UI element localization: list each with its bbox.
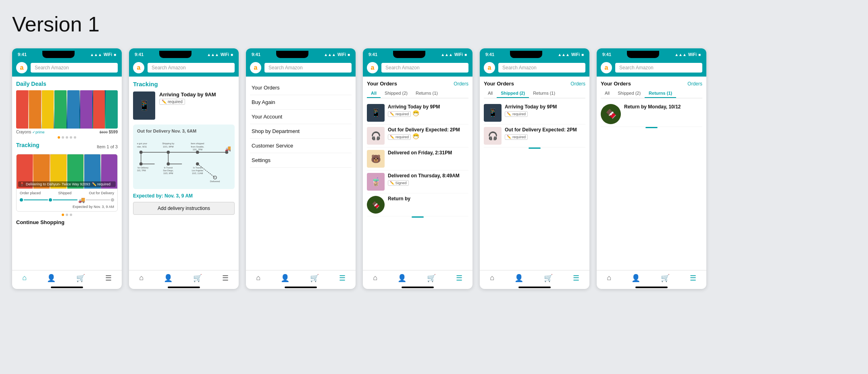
nav-profile-1[interactable]: 👤 bbox=[47, 274, 56, 283]
nav-menu-2[interactable]: ☰ bbox=[222, 274, 229, 283]
nav-menu-5[interactable]: ☰ bbox=[573, 274, 579, 283]
shipped-item-2[interactable]: 🎧 Out for Delivery Expected: 2PM ✏️ requ… bbox=[484, 125, 585, 148]
order-status-3: Delivered on Friday, 2:31PM bbox=[388, 150, 468, 156]
nav-home-6[interactable]: ⌂ bbox=[607, 274, 611, 283]
add-delivery-btn[interactable]: Add delivery instructions bbox=[133, 202, 235, 215]
menu-item-account[interactable]: Your Account bbox=[250, 110, 352, 124]
menu-item-buy-again[interactable]: Buy Again bbox=[250, 95, 352, 110]
orders-title-4: Your Orders bbox=[367, 81, 397, 87]
nav-profile-4[interactable]: 👤 bbox=[398, 274, 406, 283]
dot-1 bbox=[58, 136, 60, 139]
amazon-logo-6: a bbox=[601, 62, 612, 73]
home-bar-1 bbox=[51, 287, 83, 288]
search-box-5[interactable]: Search Amazon bbox=[498, 63, 585, 73]
search-box-2[interactable]: Search Amazon bbox=[148, 63, 235, 73]
search-box-3[interactable]: Search Amazon bbox=[264, 63, 352, 73]
menu-item-orders[interactable]: Your Orders bbox=[250, 81, 352, 95]
nav-menu-1[interactable]: ☰ bbox=[105, 274, 112, 283]
nav-cart-6[interactable]: 🛒 bbox=[661, 274, 670, 283]
orders-link-5[interactable]: Orders bbox=[570, 81, 585, 87]
svg-text:Los Angeles: Los Angeles bbox=[192, 169, 203, 172]
menu-item-settings[interactable]: Settings bbox=[250, 153, 352, 168]
tab-all-5[interactable]: All bbox=[484, 89, 497, 98]
status-time-3: 9:41 bbox=[252, 52, 260, 57]
shipped-info-1: Arriving Today by 9PM ✏️ required bbox=[505, 104, 585, 117]
orders-link-4[interactable]: Orders bbox=[454, 81, 468, 87]
search-box-1[interactable]: Search Amazon bbox=[31, 63, 118, 73]
nav-profile-6[interactable]: 👤 bbox=[631, 274, 640, 283]
menu-item-customer-service[interactable]: Customer Service bbox=[250, 139, 352, 153]
progress-bar: 🚚 bbox=[20, 197, 114, 203]
nav-home-2[interactable]: ⌂ bbox=[139, 274, 144, 283]
crayon-red bbox=[16, 90, 28, 129]
tracking-title-home: Tracking bbox=[16, 142, 40, 148]
dots-indicator-2 bbox=[16, 214, 118, 216]
order-badge-1: ✏️ required bbox=[388, 111, 411, 117]
expected-by: Expected by: Nov. 3, 9 AM bbox=[133, 193, 235, 199]
tracking-header: Tracking Item 1 of 3 bbox=[16, 142, 118, 152]
order-info-3: Delivered on Friday, 2:31PM bbox=[388, 150, 468, 156]
amazon-logo-3: a bbox=[250, 62, 261, 73]
nav-profile-2[interactable]: 👤 bbox=[164, 274, 173, 283]
svg-point-17 bbox=[167, 162, 170, 166]
nav-menu-6[interactable]: ☰ bbox=[690, 274, 696, 283]
menu-item-department[interactable]: Shop by Department bbox=[250, 124, 352, 139]
tab-all-6[interactable]: All bbox=[601, 89, 614, 98]
svg-text:10/3, 9PM: 10/3, 9PM bbox=[163, 172, 173, 175]
amazon-header-1: a Search Amazon bbox=[12, 60, 122, 77]
order-item-3[interactable]: 🐻 Delivered on Friday, 2:31PM bbox=[367, 148, 468, 170]
battery-icon-2: ■ bbox=[231, 52, 233, 57]
tracking-card[interactable]: 📍 Delivering to Dahyun- Twice Way 92093 … bbox=[16, 154, 118, 212]
status-time-6: 9:41 bbox=[602, 52, 611, 57]
tab-returns-4[interactable]: Returns (1) bbox=[412, 89, 442, 98]
order-img-pepero: 🍫 bbox=[367, 196, 385, 214]
status-bar-3: 9:41 ▲▲▲ WiFi ■ bbox=[246, 48, 356, 60]
tab-returns-6[interactable]: Returns (1) bbox=[645, 89, 676, 98]
order-item-5[interactable]: 🍫 Return by bbox=[367, 193, 468, 216]
nav-profile-5[interactable]: 👤 bbox=[514, 274, 523, 283]
search-box-4[interactable]: Search Amazon bbox=[381, 63, 468, 73]
tab-shipped-5[interactable]: Shipped (2) bbox=[497, 89, 529, 98]
nav-profile-3[interactable]: 👤 bbox=[281, 274, 289, 283]
nav-home-5[interactable]: ⌂ bbox=[490, 274, 494, 283]
scroll-indicator-5 bbox=[529, 148, 541, 149]
nav-cart-3[interactable]: 🛒 bbox=[310, 274, 319, 283]
status-icons-6: ▲▲▲ WiFi ■ bbox=[674, 52, 701, 57]
orders-link-6[interactable]: Orders bbox=[687, 81, 702, 87]
nav-home-3[interactable]: ⌂ bbox=[256, 274, 260, 283]
signal-icon-2: ▲▲▲ bbox=[207, 52, 219, 57]
return-info-1: Return by Monday, 10/12 bbox=[624, 104, 702, 110]
label-order-placed: Order placed bbox=[20, 191, 41, 195]
crayon-teal bbox=[106, 90, 118, 129]
delivery-address: Delivering to Dahyun- Twice Way 92093 bbox=[26, 182, 90, 186]
dot-2-1 bbox=[62, 214, 64, 216]
tab-shipped-4[interactable]: Shipped (2) bbox=[381, 89, 412, 98]
return-item-1[interactable]: 🍫 Return by Monday, 10/12 bbox=[601, 102, 702, 127]
tab-all-4[interactable]: All bbox=[367, 89, 381, 98]
svg-point-16 bbox=[139, 162, 143, 166]
nav-cart-1[interactable]: 🛒 bbox=[76, 274, 85, 283]
order-info-4: Delivered on Thursday, 8:49AM ✏️ Signed bbox=[388, 173, 468, 186]
order-item-4[interactable]: 🧋 Delivered on Thursday, 8:49AM ✏️ Signe… bbox=[367, 170, 468, 193]
nav-cart-4[interactable]: 🛒 bbox=[427, 274, 436, 283]
svg-text:San Diego,: San Diego, bbox=[163, 169, 173, 172]
nav-cart-2[interactable]: 🛒 bbox=[193, 274, 202, 283]
dot-4 bbox=[70, 136, 72, 139]
tab-returns-5[interactable]: Returns (1) bbox=[529, 89, 559, 98]
shipped-item-1[interactable]: 📱 Arriving Today by 9PM ✏️ required bbox=[484, 102, 585, 125]
nav-menu-3[interactable]: ☰ bbox=[339, 274, 346, 283]
status-bar-2: 9:41 ▲▲▲ WiFi ■ bbox=[129, 48, 239, 60]
shipped-status-2: Out for Delivery Expected: 2PM bbox=[505, 127, 585, 133]
home-bar-5 bbox=[518, 287, 551, 288]
nav-menu-4[interactable]: ☰ bbox=[456, 274, 462, 283]
status-icons-5: ▲▲▲ WiFi ■ bbox=[558, 52, 584, 57]
nav-home-1[interactable]: ⌂ bbox=[22, 274, 27, 283]
amazon-header-2: a Search Amazon bbox=[129, 60, 239, 77]
nav-cart-5[interactable]: 🛒 bbox=[544, 274, 553, 283]
label-shipped: Shipped bbox=[58, 191, 71, 195]
search-box-6[interactable]: Search Amazon bbox=[615, 63, 702, 73]
tab-shipped-6[interactable]: Shipped (2) bbox=[614, 89, 645, 98]
nav-home-4[interactable]: ⌂ bbox=[373, 274, 377, 283]
order-item-2[interactable]: 🎧 Out for Delivery Expected: 2PM ✏️ requ… bbox=[367, 125, 468, 148]
order-item-1[interactable]: 📱 Arriving Today by 9PM ✏️ required 😷 bbox=[367, 102, 468, 125]
